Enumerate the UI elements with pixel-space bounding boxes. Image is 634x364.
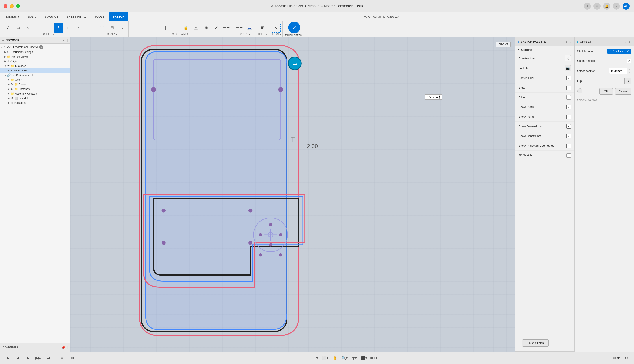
inspect-label[interactable]: INSPECT bbox=[239, 33, 250, 36]
insert-label[interactable]: INSERT bbox=[258, 33, 267, 36]
comments-pin-icon[interactable]: 📌 bbox=[61, 346, 65, 349]
fillet-tool[interactable]: ⌒ bbox=[97, 23, 107, 32]
create-label[interactable]: CREATE bbox=[43, 33, 54, 36]
lookat-button[interactable]: 📷 bbox=[565, 65, 571, 71]
line-tool[interactable]: ╱ bbox=[3, 23, 13, 32]
tree-arrow-sketch2[interactable]: ▶ bbox=[7, 69, 11, 72]
measure-tool[interactable]: ⊣⊢ bbox=[235, 23, 244, 32]
arc-tool[interactable]: ◜ bbox=[34, 23, 43, 32]
show-constraints-checkbox[interactable] bbox=[566, 134, 571, 138]
rect-tool[interactable]: ▭ bbox=[13, 23, 23, 32]
extensions-button[interactable]: ⊞ bbox=[593, 3, 600, 10]
collinear-tool[interactable]: ⋯ bbox=[140, 23, 150, 32]
settings-gear-btn[interactable]: ⚙ bbox=[622, 354, 630, 362]
timeline-start-btn[interactable]: ⏮ bbox=[4, 354, 12, 362]
offset-position-input[interactable]: ▲ ▼ bbox=[609, 68, 631, 74]
more-create[interactable]: ⋮ bbox=[84, 23, 94, 32]
tree-arrow-joints[interactable]: ▶ bbox=[7, 83, 11, 86]
offset-increment-btn[interactable]: ▲ bbox=[627, 68, 631, 71]
triangle-tool[interactable]: △ bbox=[191, 23, 201, 32]
construction-icon[interactable]: ◁ bbox=[565, 55, 571, 61]
browser-options-btn[interactable]: | bbox=[67, 39, 68, 42]
timeline-play-btn[interactable]: ▶ bbox=[24, 354, 32, 362]
select-mode-btn[interactable]: ↖ bbox=[271, 23, 281, 32]
tab-solid[interactable]: SOLID bbox=[24, 12, 40, 21]
tree-item-sketches[interactable]: ▼ 👁 📁 Sketches bbox=[0, 64, 70, 68]
zoom-btn[interactable]: 🔍▾ bbox=[340, 354, 349, 362]
appearance-btn[interactable]: ◉▾ bbox=[350, 354, 358, 362]
snap-checkbox[interactable] bbox=[566, 86, 571, 90]
show-points-checkbox[interactable] bbox=[566, 114, 571, 119]
comments-collapse-icon[interactable]: | bbox=[67, 346, 68, 349]
user-avatar[interactable]: AE bbox=[622, 3, 629, 10]
notifications-button[interactable]: 🔔 bbox=[603, 3, 610, 10]
grid2-btn[interactable]: ⊞⊞▾ bbox=[369, 354, 378, 362]
tree-item-fab-origin[interactable]: ▶ 📁 Origin bbox=[0, 78, 70, 82]
timeline-edit-btn[interactable]: ✏ bbox=[58, 354, 66, 362]
tree-item-fab-sketches[interactable]: ▶ 👁 📁 Sketches bbox=[0, 87, 70, 91]
timeline-end-btn[interactable]: ⏭ bbox=[44, 354, 52, 362]
timeline-next-btn[interactable]: ▶▶ bbox=[34, 354, 42, 362]
circle-tool[interactable]: ○ bbox=[23, 23, 33, 32]
tree-arrow-origin[interactable]: ▶ bbox=[4, 60, 7, 62]
concentric-tool[interactable]: ◎ bbox=[201, 23, 211, 32]
show-profile-checkbox[interactable] bbox=[566, 105, 571, 109]
palette-options-section[interactable]: Options bbox=[515, 46, 574, 54]
show-projected-checkbox[interactable] bbox=[566, 144, 571, 148]
modify-label[interactable]: MODIFY bbox=[107, 33, 117, 36]
tree-arrow-namedviews[interactable]: ▶ bbox=[4, 56, 7, 58]
equal-tool[interactable]: = bbox=[151, 23, 160, 32]
measurement-stepper[interactable]: ▲▼ bbox=[439, 95, 441, 99]
extend-tool[interactable]: ↕ bbox=[117, 23, 127, 32]
display-btn[interactable]: ⬜▾ bbox=[321, 354, 329, 362]
select-label[interactable]: SELECT bbox=[271, 33, 281, 36]
tree-arrow-root[interactable]: ▼ bbox=[0, 46, 4, 48]
maximize-button[interactable] bbox=[16, 4, 20, 8]
flip-button[interactable]: ⇄ bbox=[624, 78, 631, 84]
tab-design[interactable]: DESIGN ▾ bbox=[2, 12, 23, 21]
offset-position-field[interactable] bbox=[609, 68, 627, 74]
chain-selection-checkbox[interactable] bbox=[627, 59, 631, 63]
3d-sketch-checkbox[interactable] bbox=[566, 153, 571, 158]
canvas-area[interactable]: ⇄ 2.00 T 0.50 mm ▲▼ FRONT bbox=[71, 37, 515, 352]
offset-ok-btn[interactable]: OK bbox=[599, 88, 613, 94]
offset-decrement-btn[interactable]: ▼ bbox=[627, 71, 631, 74]
view-type-btn[interactable]: ⬛▾ bbox=[360, 354, 368, 362]
tree-arrow-faboptimus[interactable]: ▼ bbox=[4, 74, 7, 76]
tab-surface[interactable]: SURFACE bbox=[41, 12, 62, 21]
tab-sketch[interactable]: SKETCH bbox=[109, 12, 128, 21]
slot-tool[interactable]: ⊏ bbox=[64, 23, 74, 32]
sketch-canvas[interactable]: ⇄ 2.00 T bbox=[71, 37, 515, 352]
tab-tools[interactable]: TOOLS bbox=[91, 12, 108, 21]
lock-tool[interactable]: 🔒 bbox=[181, 23, 191, 32]
offset-curve-tool[interactable]: ⊟ bbox=[107, 23, 117, 32]
polyline-tool[interactable]: ⌒ bbox=[44, 23, 53, 32]
timeline-prev-btn[interactable]: ◀ bbox=[14, 354, 22, 362]
tree-item-assembly[interactable]: ▶ 📁 Assembly Contexts bbox=[0, 91, 70, 96]
offset-expand-btn[interactable]: ▸ bbox=[628, 40, 632, 44]
spline-tool[interactable]: ⌇ bbox=[54, 23, 63, 32]
browser-expand-btn[interactable]: ▸ bbox=[63, 39, 64, 42]
show-dimensions-checkbox[interactable] bbox=[566, 124, 571, 129]
finish-sketch-palette-btn[interactable]: Finish Sketch bbox=[522, 339, 549, 346]
minimize-button[interactable] bbox=[10, 4, 14, 8]
tree-item-sketch2[interactable]: ▶ 👁 ✏ Sketch2 bbox=[0, 68, 70, 73]
move-btn[interactable]: ✋ bbox=[331, 354, 339, 362]
coincident-tool[interactable]: | bbox=[130, 23, 140, 32]
tree-arrow-fab-origin[interactable]: ▶ bbox=[7, 78, 11, 81]
tree-item-packages[interactable]: ▶ ⊞ Packages:1 bbox=[0, 100, 70, 105]
tree-item-joints[interactable]: ▶ 👁 📁 Joints bbox=[0, 82, 70, 87]
close-button[interactable] bbox=[4, 4, 8, 8]
tree-arrow-board[interactable]: ▶ bbox=[7, 97, 11, 100]
offset-collapse-btn[interactable]: ◂ bbox=[624, 40, 627, 44]
perp-tool[interactable]: ⊥ bbox=[171, 23, 180, 32]
insert-tool[interactable]: ⊞ bbox=[258, 23, 267, 32]
offset-cancel-btn[interactable]: Cancel bbox=[615, 88, 631, 94]
grid-btn[interactable]: ⊞▾ bbox=[311, 354, 320, 362]
slice-checkbox[interactable] bbox=[566, 95, 571, 100]
sketch-grid-checkbox[interactable] bbox=[566, 76, 571, 80]
timeline-settings-btn[interactable]: ⊞ bbox=[68, 354, 76, 362]
tree-arrow-docsettings[interactable]: ▶ bbox=[4, 51, 7, 53]
tree-arrow-assembly[interactable]: ▶ bbox=[7, 92, 11, 95]
tree-arrow-fab-sketches[interactable]: ▶ bbox=[7, 88, 11, 90]
